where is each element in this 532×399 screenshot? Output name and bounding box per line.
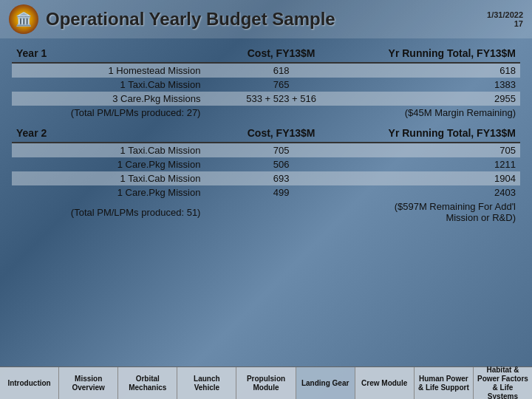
year2-total-header: Yr Running Total, FY13$M	[358, 124, 520, 143]
year2-row0-total: 705	[358, 143, 520, 157]
tab-landing-gear[interactable]: Landing Gear	[296, 367, 355, 399]
year2-label: Year 2	[12, 124, 205, 143]
year1-label: Year 1	[12, 44, 205, 63]
year1-row2-total: 2955	[358, 92, 520, 106]
year1-row1-total: 1383	[358, 78, 520, 92]
year1-total-header: Yr Running Total, FY13$M	[358, 44, 520, 63]
year1-row0-label: 1 Homestead Mission	[12, 63, 205, 78]
tab-mission-overview[interactable]: Mission Overview	[59, 367, 118, 399]
year1-row0-cost: 618	[205, 63, 357, 78]
header-meta: 1/31/2022 17	[487, 10, 523, 28]
tab-crew-module[interactable]: Crew Module	[355, 367, 415, 399]
year1-note-label: (Total PM/LPMs produced: 27)	[12, 106, 205, 120]
year1-row1-cost: 765	[205, 78, 357, 92]
year2-row0-label: 1 Taxi.Cab Mission	[12, 143, 205, 157]
main-container: 🏛️ Operational Yearly Budget Sample 1/31…	[0, 0, 532, 399]
year2-row-3: 1 Care.Pkg Mission 499 2403	[12, 185, 520, 200]
content-area: Year 1 Cost, FY13$M Yr Running Total, FY…	[0, 38, 532, 366]
year2-header-row: Year 2 Cost, FY13$M Yr Running Total, FY…	[12, 124, 520, 143]
year2-row2-cost: 693	[205, 171, 357, 185]
year1-row0-total: 618	[358, 63, 520, 78]
year2-row0-cost: 705	[205, 143, 357, 157]
year2-row2-label: 1 Taxi.Cab Mission	[12, 171, 205, 185]
page-title: Operational Yearly Budget Sample	[46, 9, 487, 30]
year2-row-0: 1 Taxi.Cab Mission 705 705	[12, 143, 520, 157]
year2-cost-header: Cost, FY13$M	[205, 124, 357, 143]
year1-row-0: 1 Homestead Mission 618 618	[12, 63, 520, 78]
year2-row1-cost: 506	[205, 157, 357, 171]
year1-note-row: (Total PM/LPMs produced: 27) ($45M Margi…	[12, 106, 520, 120]
tabs-bar: Introduction Mission Overview Orbital Me…	[0, 366, 532, 399]
year2-row3-total: 2403	[358, 185, 520, 200]
year2-row1-label: 1 Care.Pkg Mission	[12, 157, 205, 171]
page-number: 17	[487, 19, 523, 28]
tab-orbital-mechanics[interactable]: Orbital Mechanics	[118, 367, 177, 399]
header: 🏛️ Operational Yearly Budget Sample 1/31…	[0, 0, 532, 38]
seal-icon: 🏛️	[9, 4, 38, 34]
year2-row-1: 1 Care.Pkg Mission 506 1211	[12, 157, 520, 171]
year1-row2-cost: 533 + 523 + 516	[205, 92, 357, 106]
year2-note-row: (Total PM/LPMs produced: 51) ($597M Rema…	[12, 200, 520, 225]
year1-note-total: ($45M Margin Remaining)	[358, 106, 520, 120]
tab-introduction[interactable]: Introduction	[0, 367, 59, 399]
tab-launch-vehicle[interactable]: Launch Vehicle	[177, 367, 236, 399]
year1-row1-label: 1 Taxi.Cab Mission	[12, 78, 205, 92]
year2-row-2: 1 Taxi.Cab Mission 693 1904	[12, 171, 520, 185]
year1-cost-header: Cost, FY13$M	[205, 44, 357, 63]
year1-header-row: Year 1 Cost, FY13$M Yr Running Total, FY…	[12, 44, 520, 63]
date-label: 1/31/2022	[487, 10, 523, 19]
tab-habitat-power[interactable]: Habitat & Power Factors & Life Systems	[474, 367, 532, 399]
tab-propulsion-module[interactable]: Propulsion Module	[236, 367, 296, 399]
year2-row3-cost: 499	[205, 185, 357, 200]
year1-row-1: 1 Taxi.Cab Mission 765 1383	[12, 78, 520, 92]
year2-row2-total: 1904	[358, 171, 520, 185]
year2-row1-total: 1211	[358, 157, 520, 171]
tab-human-power-life-support[interactable]: Human Power & Life Support	[415, 367, 474, 399]
year1-row-2: 3 Care.Pkg Missions 533 + 523 + 516 2955	[12, 92, 520, 106]
year2-row3-label: 1 Care.Pkg Mission	[12, 185, 205, 200]
budget-table: Year 1 Cost, FY13$M Yr Running Total, FY…	[12, 44, 520, 225]
year2-note-total: ($597M Remaining For Add'l Mission or R&…	[358, 200, 520, 225]
year1-row2-label: 3 Care.Pkg Missions	[12, 92, 205, 106]
year2-note-label: (Total PM/LPMs produced: 51)	[12, 200, 205, 225]
